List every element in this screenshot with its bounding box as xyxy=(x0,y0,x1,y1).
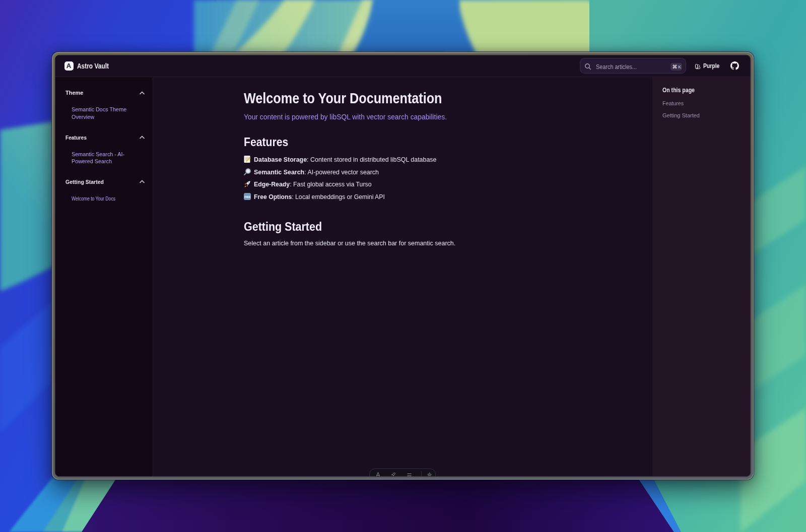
svg-text:FREE: FREE xyxy=(244,195,250,198)
svg-text:K: K xyxy=(678,64,681,70)
